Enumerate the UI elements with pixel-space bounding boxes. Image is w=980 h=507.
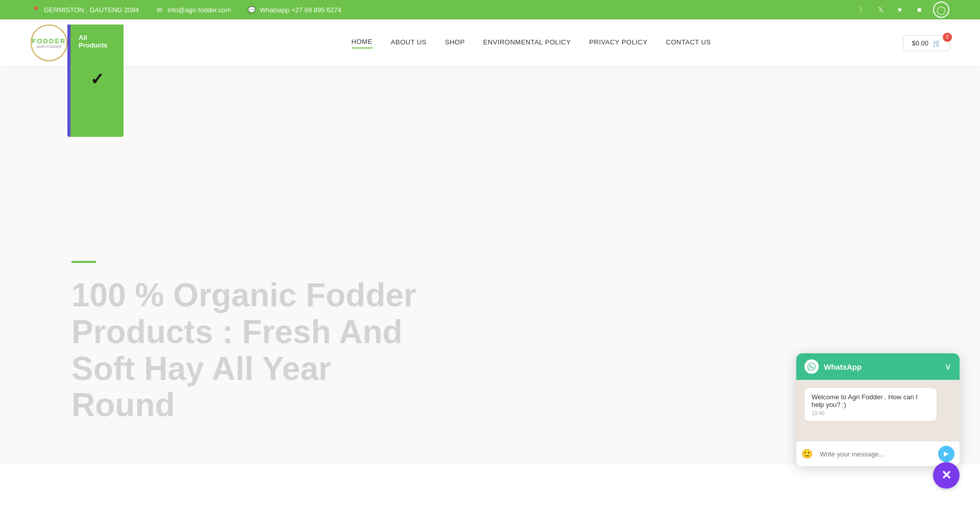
emoji-icon: 🙂 <box>801 448 813 460</box>
chat-bubble: Welcome to Agri Fodder . How can I help … <box>804 388 937 421</box>
chevron-down-icon: ✓ <box>90 69 104 89</box>
header: FODDER AGRI-FODDER All Products ✓ HOME A… <box>0 19 980 66</box>
user-account-icon[interactable]: ◯ <box>933 2 949 18</box>
hero-title: 100 % Organic Fodder Products : Fresh An… <box>71 277 429 424</box>
nav-home[interactable]: HOME <box>352 38 373 49</box>
whatsapp-text: Whatsapp +27 69 895 6274 <box>260 6 341 14</box>
location-text: GERMISTON , GAUTENG 2094 <box>44 6 139 14</box>
chat-message-text: Welcome to Agri Fodder . How can I help … <box>812 393 918 408</box>
chat-header: WhatsApp ∨ <box>796 353 960 380</box>
nav-contact[interactable]: CONTACT US <box>666 38 711 48</box>
chat-message-time: 19:46 <box>812 411 929 416</box>
github-icon[interactable]: ♥ <box>894 4 905 15</box>
logo[interactable]: FODDER AGRI-FODDER <box>31 25 67 61</box>
cart-badge: 0 <box>943 33 952 42</box>
hero-accent-line <box>71 261 96 263</box>
logo-sub: AGRI-FODDER <box>37 45 62 49</box>
chat-header-title: WhatsApp <box>824 363 862 371</box>
twitter-icon[interactable]: 𝕏 <box>875 4 886 15</box>
nav-privacy[interactable]: PRIVACY POLICY <box>589 38 647 48</box>
whatsapp-chat-icon <box>804 359 819 374</box>
youtube-icon[interactable]: ■ <box>914 4 925 15</box>
chat-send-button[interactable]: ► <box>938 446 954 462</box>
logo-name: FODDER <box>32 37 66 45</box>
facebook-icon[interactable]:  <box>855 4 867 15</box>
logo-wrap: FODDER AGRI-FODDER All Products ✓ <box>31 25 67 61</box>
chat-header-left: WhatsApp <box>804 359 862 374</box>
chat-message-input[interactable] <box>816 447 935 461</box>
location-item: 📍 GERMISTON , GAUTENG 2094 <box>31 5 139 15</box>
nav-about[interactable]: ABOUT US <box>391 38 427 48</box>
cart-icon: 🛒 <box>933 39 941 47</box>
email-text: info@agri-fodder.com <box>167 6 231 14</box>
cart-button[interactable]: $0.00 🛒 0 <box>903 35 949 51</box>
chat-input-row: 🙂 ► <box>796 441 960 465</box>
email-icon: ✉ <box>154 5 164 15</box>
nav-environmental[interactable]: ENVIRONMENTAL POLICY <box>483 38 571 48</box>
top-bar: 📍 GERMISTON , GAUTENG 2094 ✉ info@agri-f… <box>0 0 980 19</box>
cart-price: $0.00 <box>912 39 928 47</box>
chat-messages: Welcome to Agri Fodder . How can I help … <box>796 380 960 441</box>
hero-content: 100 % Organic Fodder Products : Fresh An… <box>0 261 429 465</box>
whatsapp-item[interactable]: 💬 Whatsapp +27 69 895 6274 <box>247 5 341 15</box>
location-icon: 📍 <box>31 5 41 15</box>
chat-widget: WhatsApp ∨ Welcome to Agri Fodder . How … <box>796 353 960 465</box>
nav-shop[interactable]: SHOP <box>445 38 465 48</box>
products-dropdown[interactable]: All Products ✓ <box>67 25 124 137</box>
main-nav: HOME ABOUT US SHOP ENVIRONMENTAL POLICY … <box>352 38 711 49</box>
email-item[interactable]: ✉ info@agri-fodder.com <box>154 5 231 15</box>
products-dropdown-label: All Products <box>79 34 115 49</box>
chat-minimize-button[interactable]: ∨ <box>945 361 951 372</box>
whatsapp-icon: 💬 <box>247 5 257 15</box>
